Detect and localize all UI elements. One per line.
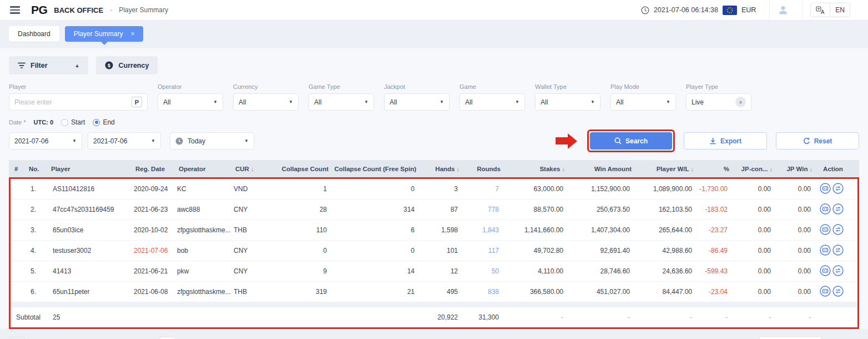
transfer-icon[interactable] [832, 183, 844, 194]
menu-icon[interactable] [10, 6, 20, 14]
cell-rounds[interactable]: 50 [458, 267, 499, 275]
cell-operator: KC [177, 185, 234, 193]
end-date-select[interactable]: 2021-07-06 ▼ [88, 132, 161, 149]
radio-start-label: Start [71, 118, 85, 126]
player-type-select[interactable]: Live× [686, 93, 751, 111]
cell-player: testuser3002 [53, 247, 134, 255]
cell-pct: -23.04 [692, 288, 728, 296]
cell-hands: 12 [415, 267, 458, 275]
cell-no: 5. [31, 267, 53, 275]
cell-collapse_count_fs: 314 [327, 206, 415, 213]
input-placeholder: Please enter [14, 98, 52, 106]
transfer-icon[interactable] [832, 265, 844, 276]
detail-icon[interactable] [820, 203, 831, 215]
cell-stakes: 63,000.00 [499, 185, 563, 193]
transfer-icon[interactable] [832, 224, 844, 235]
transfer-icon[interactable] [832, 203, 844, 215]
detail-icon[interactable] [820, 183, 831, 194]
field-play-mode: Play ModeAll▼ [610, 83, 676, 111]
filter-toggle-label: Filter [31, 62, 48, 69]
player-picker-icon[interactable]: P [132, 97, 142, 107]
action-icons [811, 265, 852, 276]
tab-dashboard[interactable]: Dashboard [9, 26, 59, 42]
radio-end[interactable]: End [93, 118, 114, 126]
field-game-type: Game TypeAll▼ [309, 83, 374, 111]
detail-icon[interactable] [820, 286, 831, 297]
cell-jp_win: 0.00 [771, 267, 811, 275]
field-wallet-type: Wallet TypeAll▼ [535, 83, 600, 111]
sort-desc-icon[interactable]: ↓ [251, 166, 254, 172]
pg-logo: PG [31, 3, 47, 17]
cell-operator: zfpgslotthaskme... [177, 226, 234, 234]
cell-jp_win: 0.00 [771, 206, 811, 213]
cell-player: 65un11peter [53, 288, 134, 296]
svg-text:$: $ [108, 62, 111, 68]
transfer-icon[interactable] [832, 245, 844, 256]
game-type-select[interactable]: All▼ [309, 93, 374, 111]
game-select[interactable]: All▼ [460, 93, 525, 111]
cell-rounds[interactable]: 838 [458, 288, 499, 296]
column-header-jp_con[interactable]: JP-con...↓ [729, 166, 773, 172]
search-button[interactable]: Search [590, 132, 672, 149]
chevron-down-icon: ▼ [515, 99, 519, 104]
jackpot-select[interactable]: All▼ [384, 93, 450, 111]
tab-player-summary[interactable]: Player Summary × [65, 26, 144, 42]
filter-toggle-button[interactable]: Filter ▲ [9, 56, 88, 74]
radio-start[interactable]: Start [61, 118, 85, 126]
reset-button[interactable]: Reset [776, 132, 859, 149]
transfer-icon[interactable] [832, 286, 844, 297]
clock-icon [175, 137, 183, 145]
language-current[interactable]: EN [830, 3, 850, 17]
column-header-jp_win[interactable]: JP Win↓ [773, 166, 813, 172]
field-label-currency: Currency [233, 83, 299, 90]
field-game: GameAll▼ [460, 83, 525, 111]
chevron-down-icon: ▼ [244, 138, 249, 143]
select-value: All [163, 98, 170, 106]
translate-icon[interactable] [811, 3, 830, 17]
currency-icon: $ [105, 61, 113, 69]
field-label-operator: Operator [158, 83, 223, 90]
currency-toggle-button[interactable]: $ Currency [96, 56, 158, 74]
wallet-type-select[interactable]: All▼ [535, 93, 600, 111]
player-input[interactable]: Please enterP [9, 93, 148, 111]
cell-action [811, 286, 852, 298]
prev-page-button[interactable] [9, 337, 25, 339]
subtotal-row: Subtotal2520,92231,300------ [11, 307, 857, 327]
cell-rounds[interactable]: 7 [458, 185, 499, 193]
radio-end-label: End [103, 118, 114, 126]
export-button[interactable]: Export [684, 132, 767, 149]
rows-per-page-select[interactable]: 25 ▼ [759, 336, 821, 339]
tab-player-summary-label: Player Summary [74, 30, 123, 38]
cell-action [811, 245, 852, 257]
column-header-hands[interactable]: Hands↓ [416, 166, 460, 172]
table-row: 3.65un03ice2020-10-02zfpgslotthaskme...T… [11, 220, 857, 241]
cell-reg_date: 2021-07-06 [134, 247, 177, 255]
user-icon[interactable] [778, 4, 789, 16]
detail-icon[interactable] [820, 224, 831, 235]
operator-select[interactable]: All▼ [158, 93, 223, 111]
column-header-stakes[interactable]: Stakes↓ [501, 166, 565, 172]
cell-rounds[interactable]: 1,843 [458, 226, 499, 234]
cell-jp_win: 0.00 [771, 288, 811, 296]
breadcrumb-separator: - [110, 6, 112, 14]
table-row: 5.414132021-06-21pkwCNY91412504,110.0028… [11, 261, 857, 282]
play-mode-select[interactable]: All▼ [610, 93, 676, 111]
next-page-button[interactable] [159, 337, 175, 339]
eu-flag-icon[interactable] [723, 6, 737, 15]
cell-rounds[interactable]: 117 [458, 247, 499, 255]
currency-select[interactable]: All▼ [233, 93, 299, 111]
close-icon[interactable]: × [130, 30, 134, 38]
clear-icon[interactable]: × [735, 97, 746, 107]
cell-cur: CNY [234, 206, 275, 213]
detail-icon[interactable] [820, 265, 831, 276]
column-header-player_wl[interactable]: Player W/L↓ [632, 166, 694, 172]
cell-hands: 87 [415, 206, 458, 213]
quick-date-select[interactable]: Today ▼ [170, 132, 254, 149]
cell-player: 47cc47s2031169459 [53, 206, 134, 213]
column-header-win_amount: Win Amount [565, 166, 632, 172]
start-date-select[interactable]: 2021-07-06 ▼ [9, 132, 82, 149]
detail-icon[interactable] [820, 245, 831, 256]
cell-rounds[interactable]: 778 [458, 206, 499, 213]
display-currency[interactable]: EUR [741, 6, 756, 14]
column-header-cur[interactable]: CUR↓ [235, 166, 276, 172]
